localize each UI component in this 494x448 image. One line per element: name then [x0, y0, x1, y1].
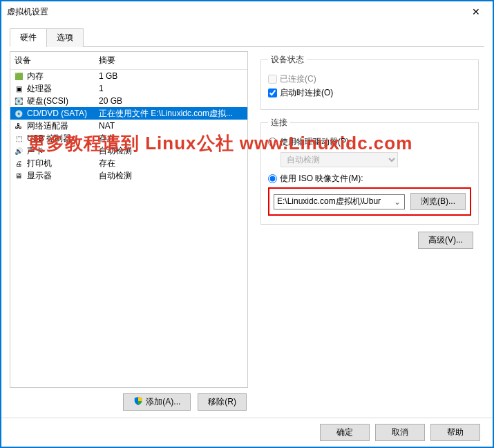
- device-summary: 20 GB: [99, 96, 245, 106]
- device-summary: 正在使用文件 E:\Linuxidc.com虚拟...: [99, 108, 245, 120]
- remove-device-button[interactable]: 移除(R): [198, 393, 247, 411]
- tab-strip: 硬件 选项: [10, 28, 484, 47]
- iso-highlight-box: ⌄ 浏览(B)...: [268, 187, 471, 216]
- advanced-label: 高级(V)...: [428, 234, 463, 246]
- device-row[interactable]: 🖨打印机存在: [10, 157, 247, 169]
- device-icon: 🔊: [13, 145, 24, 156]
- ok-button[interactable]: 确定: [320, 424, 370, 441]
- advanced-row: 高级(V)...: [260, 232, 479, 249]
- iso-path-input[interactable]: [274, 194, 405, 209]
- content-area: 硬件 选项 设备 摘要 🟩内存1 GB▣处理器1💽硬盘(SCSI)20 GB💿C…: [1, 22, 493, 418]
- right-panel: 设备状态 已连接(C) 启动时连接(O) 连接 使用物理驱动器(P):: [255, 51, 484, 411]
- connect-on-start-checkbox[interactable]: [268, 88, 277, 97]
- device-summary: 存在: [99, 133, 245, 144]
- list-header: 设备 摘要: [10, 52, 247, 70]
- device-row[interactable]: ⬚USB 控制器存在: [10, 132, 247, 144]
- use-iso-label[interactable]: 使用 ISO 映像文件(M):: [280, 173, 363, 185]
- remove-button-label: 移除(R): [208, 396, 236, 408]
- help-button[interactable]: 帮助: [430, 424, 480, 441]
- browse-button[interactable]: 浏览(B)...: [410, 193, 466, 210]
- tab-options[interactable]: 选项: [46, 28, 84, 47]
- use-iso-radio[interactable]: [268, 174, 277, 183]
- device-name: USB 控制器: [27, 133, 99, 144]
- device-name: CD/DVD (SATA): [27, 109, 99, 118]
- device-status-group: 设备状态 已连接(C) 启动时连接(O): [260, 54, 479, 110]
- device-icon: 🖥: [13, 170, 24, 181]
- device-row[interactable]: 🟩内存1 GB: [10, 70, 247, 82]
- device-row[interactable]: 💽硬盘(SCSI)20 GB: [10, 95, 247, 107]
- device-name: 打印机: [27, 158, 99, 169]
- dropdown-icon[interactable]: ⌄: [394, 197, 401, 207]
- device-summary: 自动检测: [99, 170, 245, 182]
- device-summary: NAT: [99, 121, 245, 131]
- device-icon: ▣: [13, 83, 24, 94]
- physical-drive-select: 自动检测: [281, 152, 398, 167]
- device-name: 处理器: [27, 83, 99, 95]
- col-header-summary[interactable]: 摘要: [99, 55, 243, 66]
- connected-label: 已连接(C): [280, 73, 316, 85]
- device-name: 显示器: [27, 170, 99, 182]
- cancel-button[interactable]: 取消: [375, 424, 425, 441]
- device-row[interactable]: 🔊声卡自动检测: [10, 144, 247, 157]
- list-buttons: 添加(A)... 移除(R): [10, 388, 248, 411]
- device-row[interactable]: 💿CD/DVD (SATA)正在使用文件 E:\Linuxidc.com虚拟..…: [10, 107, 247, 120]
- device-icon: 💿: [13, 108, 24, 119]
- device-summary: 1: [99, 84, 245, 93]
- tab-hardware[interactable]: 硬件: [10, 28, 47, 47]
- add-device-button[interactable]: 添加(A)...: [123, 393, 191, 411]
- device-icon: 🟩: [13, 71, 24, 82]
- device-icon: ⬚: [13, 133, 24, 144]
- device-summary: 存在: [99, 158, 245, 169]
- use-physical-radio[interactable]: [268, 138, 277, 147]
- device-icon: 🖧: [13, 120, 24, 131]
- connection-group: 连接 使用物理驱动器(P): 自动检测 使用 ISO 映像文件(M):: [260, 117, 479, 225]
- connected-checkbox: [268, 75, 277, 84]
- main-panel: 设备 摘要 🟩内存1 GB▣处理器1💽硬盘(SCSI)20 GB💿CD/DVD …: [10, 51, 484, 411]
- device-row[interactable]: 🖧网络适配器NAT: [10, 120, 247, 132]
- left-panel: 设备 摘要 🟩内存1 GB▣处理器1💽硬盘(SCSI)20 GB💿CD/DVD …: [10, 51, 248, 411]
- use-physical-label[interactable]: 使用物理驱动器(P):: [280, 136, 351, 148]
- device-row[interactable]: ▣处理器1: [10, 82, 247, 95]
- device-name: 硬盘(SCSI): [27, 95, 99, 107]
- titlebar: 虚拟机设置 ✕: [1, 1, 493, 22]
- device-list: 设备 摘要 🟩内存1 GB▣处理器1💽硬盘(SCSI)20 GB💿CD/DVD …: [10, 51, 248, 388]
- window-title: 虚拟机设置: [7, 6, 48, 18]
- status-legend: 设备状态: [268, 54, 307, 66]
- vm-settings-window: 虚拟机设置 ✕ 更多教程请到 Linux公社 www.Linuxidc.com …: [0, 0, 494, 448]
- device-name: 声卡: [27, 145, 99, 157]
- advanced-button[interactable]: 高级(V)...: [418, 232, 473, 249]
- close-button[interactable]: ✕: [462, 3, 490, 21]
- dialog-footer: 确定 取消 帮助: [1, 418, 493, 447]
- connect-on-start-label[interactable]: 启动时连接(O): [280, 87, 333, 99]
- device-rows-container: 🟩内存1 GB▣处理器1💽硬盘(SCSI)20 GB💿CD/DVD (SATA)…: [10, 70, 247, 182]
- connection-legend: 连接: [268, 117, 290, 129]
- device-icon: 💽: [13, 95, 24, 106]
- device-summary: 1 GB: [99, 71, 245, 81]
- device-name: 网络适配器: [27, 120, 99, 132]
- device-summary: 自动检测: [99, 145, 245, 157]
- col-header-device[interactable]: 设备: [15, 55, 99, 66]
- device-icon: 🖨: [13, 158, 24, 169]
- device-row[interactable]: 🖥显示器自动检测: [10, 169, 247, 182]
- browse-label: 浏览(B)...: [421, 196, 455, 207]
- device-name: 内存: [27, 71, 99, 82]
- add-button-label: 添加(A)...: [146, 396, 180, 408]
- shield-icon: [133, 396, 143, 408]
